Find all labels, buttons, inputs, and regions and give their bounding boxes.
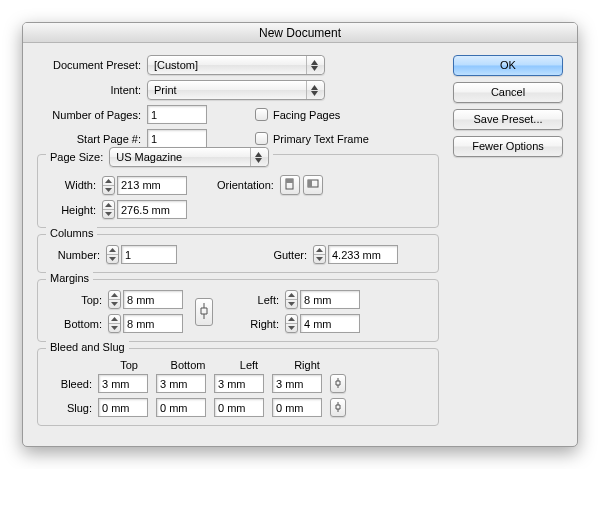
num-pages-value: 1 [151,109,157,121]
page-size-value: US Magazine [116,151,250,163]
columns-number-stepper[interactable] [106,245,119,264]
primary-text-frame-checkbox[interactable] [255,132,268,145]
svg-rect-3 [308,180,312,187]
height-label: Height: [48,204,102,216]
window-title: New Document [23,23,577,43]
bleed-top-input[interactable]: 3 mm [98,374,148,393]
chevron-down-icon [107,255,118,263]
document-preset-label: Document Preset: [37,59,147,71]
bleed-bottom-input[interactable]: 3 mm [156,374,206,393]
columns-number-input[interactable]: 1 [121,245,177,264]
landscape-icon [307,179,319,191]
chevron-up-icon [107,246,118,255]
gutter-stepper[interactable] [313,245,326,264]
gutter-input[interactable]: 4.233 mm [328,245,398,264]
slug-top-input[interactable]: 0 mm [98,398,148,417]
orientation-portrait-button[interactable] [280,175,300,195]
chevron-updown-icon [250,148,266,166]
document-preset-select[interactable]: [Custom] [147,55,325,75]
link-slug-button[interactable] [330,398,346,417]
margin-top-input[interactable]: 8 mm [123,290,183,309]
page-size-select[interactable]: US Magazine [109,147,269,167]
slug-bottom-input[interactable]: 0 mm [156,398,206,417]
chevron-updown-icon [306,81,322,99]
bleed-right-input[interactable]: 3 mm [272,374,322,393]
margins-legend: Margins [46,272,93,284]
chevron-down-icon [314,255,325,263]
margin-bottom-input[interactable]: 8 mm [123,314,183,333]
ok-button[interactable]: OK [453,55,563,76]
intent-select[interactable]: Print [147,80,325,100]
primary-text-frame-label: Primary Text Frame [273,133,369,145]
margin-left-stepper[interactable] [285,290,298,309]
bleed-slug-group: Bleed and Slug Top Bottom Left Right Ble… [37,348,439,426]
svg-rect-1 [286,179,293,183]
chevron-up-icon [314,246,325,255]
portrait-icon [285,178,295,192]
chevron-down-icon [103,186,114,194]
num-pages-input[interactable]: 1 [147,105,207,124]
link-icon [334,401,342,415]
chevron-updown-icon [306,56,322,74]
orientation-label: Orientation: [217,179,274,191]
start-page-input[interactable]: 1 [147,129,207,148]
start-page-label: Start Page #: [37,133,147,145]
facing-pages-checkbox[interactable] [255,108,268,121]
width-input[interactable]: 213 mm [117,176,187,195]
num-pages-label: Number of Pages: [37,109,147,121]
columns-legend: Columns [46,227,97,239]
chevron-up-icon [103,177,114,186]
height-stepper[interactable] [102,200,115,219]
link-margins-button[interactable] [195,298,213,326]
link-icon [199,302,209,322]
bleed-label: Bleed: [48,378,98,390]
chevron-up-icon [103,201,114,210]
margin-right-input[interactable]: 4 mm [300,314,360,333]
bleed-slug-legend: Bleed and Slug [46,341,129,353]
width-label: Width: [48,179,102,191]
height-input[interactable]: 276.5 mm [117,200,187,219]
margin-top-label: Top: [48,294,108,306]
col-bottom-header: Bottom [156,359,220,371]
margin-top-stepper[interactable] [108,290,121,309]
slug-left-input[interactable]: 0 mm [214,398,264,417]
page-size-group: Page Size: US Magazine Width: [37,154,439,228]
margin-right-stepper[interactable] [285,314,298,333]
link-icon [334,377,342,391]
save-preset-button[interactable]: Save Preset... [453,109,563,130]
slug-right-input[interactable]: 0 mm [272,398,322,417]
margin-left-label: Left: [241,294,285,306]
intent-value: Print [154,84,306,96]
bleed-left-input[interactable]: 3 mm [214,374,264,393]
start-page-value: 1 [151,133,157,145]
col-top-header: Top [102,359,156,371]
chevron-down-icon [103,210,114,218]
margin-bottom-label: Bottom: [48,318,108,330]
columns-number-value: 1 [125,249,131,261]
col-right-header: Right [278,359,336,371]
facing-pages-label: Facing Pages [273,109,340,121]
margin-bottom-stepper[interactable] [108,314,121,333]
document-preset-value: [Custom] [154,59,306,71]
col-left-header: Left [220,359,278,371]
slug-label: Slug: [48,402,98,414]
page-size-label: Page Size: [50,151,103,163]
columns-group: Columns Number: 1 Gutter: [37,234,439,273]
margin-right-label: Right: [241,318,285,330]
width-value: 213 mm [121,179,161,191]
new-document-dialog: New Document Document Preset: [Custom] I… [22,22,578,447]
gutter-label: Gutter: [273,249,307,261]
orientation-landscape-button[interactable] [303,175,323,195]
gutter-value: 4.233 mm [332,249,381,261]
height-value: 276.5 mm [121,204,170,216]
intent-label: Intent: [37,84,147,96]
columns-number-label: Number: [48,249,106,261]
cancel-button[interactable]: Cancel [453,82,563,103]
margins-group: Margins Top: 8 mm Bottom: 8 mm [37,279,439,342]
margin-left-input[interactable]: 8 mm [300,290,360,309]
link-bleed-button[interactable] [330,374,346,393]
width-stepper[interactable] [102,176,115,195]
fewer-options-button[interactable]: Fewer Options [453,136,563,157]
